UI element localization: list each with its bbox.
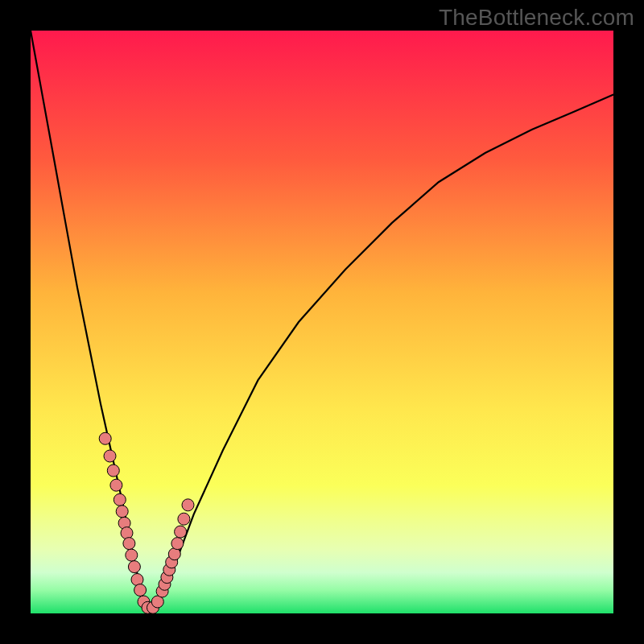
bottleneck-curve [31,31,613,608]
cluster-point [116,506,128,518]
cluster-point [178,513,190,525]
cluster-point [134,584,147,597]
cluster-point [107,464,119,477]
cluster-point [123,538,135,550]
cluster-point [114,493,126,506]
cluster-point [128,561,140,573]
curve-layer [31,31,613,613]
cluster-point [168,548,180,560]
cluster-point [171,538,184,550]
cluster-point [126,549,138,561]
cluster-point [121,527,133,539]
cluster-point [175,526,187,538]
watermark-text: TheBottleneck.com [439,5,634,31]
chart-frame: TheBottleneck.com [0,0,644,644]
cluster-point [104,450,116,462]
cluster-point [182,499,194,511]
cluster-point [99,432,111,444]
marker-group [99,432,194,613]
cluster-point [110,479,122,491]
